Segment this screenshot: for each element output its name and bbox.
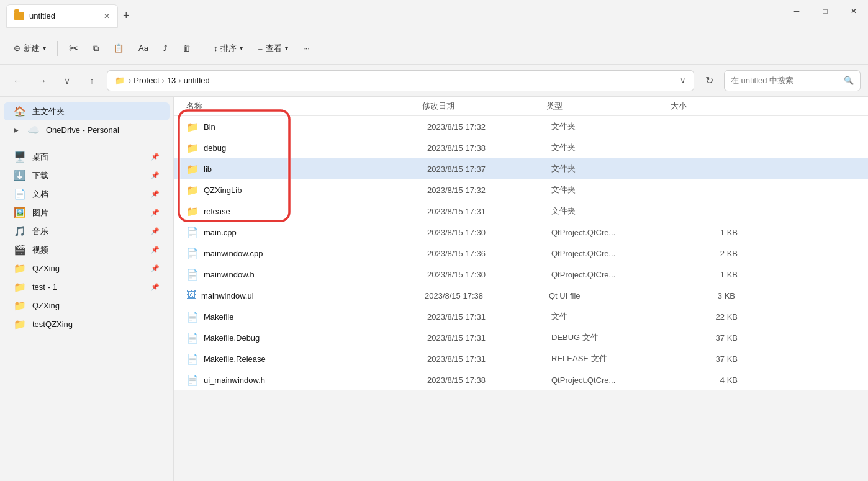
file-name: main.cpp bbox=[204, 228, 427, 237]
refresh-button[interactable]: ↻ bbox=[699, 71, 719, 91]
sidebar-item-testqzxing[interactable]: 📁 testQZXing bbox=[4, 315, 170, 333]
file-name: debug bbox=[204, 143, 427, 153]
file-name: Makefile.Debug bbox=[204, 333, 427, 343]
maximize-button[interactable]: □ bbox=[811, 0, 839, 22]
search-box[interactable]: 🔍 bbox=[724, 70, 861, 91]
address-box[interactable]: 📁 › Protect › 13 › untitled ∨ bbox=[107, 70, 694, 91]
sidebar-videos-label: 视频 bbox=[32, 245, 48, 256]
sidebar-item-music[interactable]: 🎵 音乐 📌 bbox=[4, 222, 170, 240]
sidebar-qzxing1-label: QZXing bbox=[32, 264, 60, 273]
file-icon: 📄 bbox=[186, 353, 199, 365]
sidebar-item-desktop[interactable]: 🖥️ 桌面 📌 bbox=[4, 148, 170, 166]
test1-pin-icon: 📌 bbox=[151, 283, 160, 291]
table-row[interactable]: 📁 debug 2023/8/15 17:38 文件夹 bbox=[174, 137, 868, 158]
rename-button[interactable]: Aa bbox=[132, 40, 155, 56]
new-button[interactable]: ⊕ 新建 ▾ bbox=[7, 40, 52, 57]
share-button[interactable]: ⤴ bbox=[157, 40, 174, 56]
share-icon: ⤴ bbox=[163, 43, 168, 53]
header-size[interactable]: 大小 bbox=[671, 101, 733, 112]
file-name: Makefile.Release bbox=[204, 354, 427, 364]
file-type: 文件夹 bbox=[551, 121, 676, 132]
pictures-icon: 🖼️ bbox=[14, 207, 26, 218]
breadcrumb-13[interactable]: 13 bbox=[167, 76, 176, 85]
documents-pin-icon: 📌 bbox=[151, 190, 160, 198]
sidebar-item-qzxing2[interactable]: 📁 QZXing bbox=[4, 297, 170, 315]
sidebar-item-onedrive[interactable]: ▶ ☁️ OneDrive - Personal bbox=[4, 121, 170, 139]
view-label: 查看 bbox=[266, 43, 282, 54]
file-date: 2023/8/15 17:30 bbox=[427, 270, 551, 279]
sidebar-item-test1[interactable]: 📁 test - 1 📌 bbox=[4, 278, 170, 296]
breadcrumb-separator-0: › bbox=[129, 76, 131, 85]
sidebar-item-downloads[interactable]: ⬇️ 下载 📌 bbox=[4, 166, 170, 184]
address-dropdown-icon[interactable]: ∨ bbox=[680, 76, 686, 85]
table-row[interactable]: 📄 mainwindow.cpp 2023/8/15 17:36 QtProje… bbox=[174, 243, 868, 264]
file-type: RELEASE 文件 bbox=[551, 353, 676, 364]
copy-button[interactable]: ⧉ bbox=[87, 40, 105, 56]
sidebar-item-qzxing1[interactable]: 📁 QZXing 📌 bbox=[4, 259, 170, 277]
file-icon: 📄 bbox=[186, 332, 199, 344]
breadcrumb-protect[interactable]: Protect bbox=[133, 76, 159, 85]
sidebar-item-home[interactable]: 🏠 主文件夹 bbox=[4, 102, 170, 120]
breadcrumb-untitled[interactable]: untitled bbox=[184, 76, 210, 85]
close-button[interactable]: ✕ bbox=[839, 0, 868, 22]
paste-button[interactable]: 📋 bbox=[107, 40, 130, 56]
addressbar: ← → ∨ ↑ 📁 › Protect › 13 › untitled ∨ ↻ … bbox=[0, 65, 868, 97]
add-tab-button[interactable]: + bbox=[123, 9, 130, 22]
delete-button[interactable]: 🗑 bbox=[176, 40, 197, 56]
delete-icon: 🗑 bbox=[183, 43, 191, 53]
file-name: Bin bbox=[204, 122, 427, 132]
file-date: 2023/8/15 17:31 bbox=[427, 312, 551, 321]
table-row[interactable]: 📄 main.cpp 2023/8/15 17:30 QtProject.QtC… bbox=[174, 222, 868, 243]
table-row[interactable]: 📁 QZXingLib 2023/8/15 17:32 文件夹 bbox=[174, 179, 868, 200]
table-row[interactable]: 📄 ui_mainwindow.h 2023/8/15 17:38 QtProj… bbox=[174, 369, 868, 390]
active-tab[interactable]: untitled ✕ bbox=[6, 4, 118, 28]
header-date[interactable]: 修改日期 bbox=[422, 101, 546, 112]
breadcrumb-separator-2: › bbox=[178, 76, 181, 85]
documents-icon: 📄 bbox=[14, 188, 26, 200]
sidebar-item-pictures[interactable]: 🖼️ 图片 📌 bbox=[4, 204, 170, 222]
file-type: QtProject.QtCre... bbox=[551, 228, 676, 237]
up-button[interactable]: ↑ bbox=[82, 71, 102, 91]
minimize-button[interactable]: ─ bbox=[782, 0, 811, 22]
table-row[interactable]: 📄 Makefile.Release 2023/8/15 17:31 RELEA… bbox=[174, 348, 868, 369]
table-row[interactable]: 🖼 mainwindow.ui 2023/8/15 17:38 Qt UI fi… bbox=[174, 285, 868, 306]
table-row[interactable]: 📁 lib 2023/8/15 17:37 文件夹 bbox=[174, 158, 868, 179]
sort-button[interactable]: ↕ 排序 ▾ bbox=[207, 40, 250, 57]
window-controls: ─ □ ✕ bbox=[782, 0, 868, 22]
file-date: 2023/8/15 17:36 bbox=[427, 249, 551, 258]
sidebar-downloads-label: 下载 bbox=[32, 170, 48, 181]
sidebar-item-documents[interactable]: 📄 文档 📌 bbox=[4, 185, 170, 203]
table-row[interactable]: 📄 Makefile.Debug 2023/8/15 17:31 DEBUG 文… bbox=[174, 327, 868, 348]
tab-close-button[interactable]: ✕ bbox=[104, 12, 110, 20]
more-button[interactable]: ··· bbox=[297, 40, 316, 56]
expand-button[interactable]: ∨ bbox=[57, 71, 77, 91]
file-icon: 📄 bbox=[186, 311, 199, 323]
table-row[interactable]: 📁 Bin 2023/8/15 17:32 文件夹 bbox=[174, 116, 868, 137]
back-button[interactable]: ← bbox=[7, 71, 27, 91]
desktop-icon: 🖥️ bbox=[14, 151, 26, 163]
table-row[interactable]: 📄 Makefile 2023/8/15 17:31 文件 22 KB bbox=[174, 306, 868, 327]
sidebar-item-videos[interactable]: 🎬 视频 📌 bbox=[4, 241, 170, 259]
file-name: mainwindow.h bbox=[204, 270, 427, 279]
view-icon: ≡ bbox=[258, 43, 263, 53]
forward-button[interactable]: → bbox=[32, 71, 52, 91]
folder-icon: 📁 bbox=[186, 163, 199, 175]
sidebar-spacer bbox=[0, 140, 173, 147]
view-button[interactable]: ≡ 查看 ▾ bbox=[251, 40, 294, 57]
file-date: 2023/8/15 17:32 bbox=[427, 122, 551, 132]
table-row[interactable]: 📄 mainwindow.h 2023/8/15 17:30 QtProject… bbox=[174, 264, 868, 285]
header-name[interactable]: 名称 bbox=[186, 101, 422, 112]
table-row[interactable]: 📁 release 2023/8/15 17:31 文件夹 bbox=[174, 200, 868, 222]
folder-icon: 📁 bbox=[186, 205, 199, 217]
file-type: 文件夹 bbox=[551, 205, 676, 217]
new-icon: ⊕ bbox=[14, 43, 20, 53]
downloads-icon: ⬇️ bbox=[14, 169, 26, 181]
music-pin-icon: 📌 bbox=[151, 227, 160, 235]
cut-button[interactable]: ✂ bbox=[63, 38, 84, 58]
header-type[interactable]: 类型 bbox=[546, 101, 671, 112]
view-chevron-icon: ▾ bbox=[285, 45, 288, 52]
file-type: 文件夹 bbox=[551, 142, 676, 153]
search-input[interactable] bbox=[731, 76, 840, 85]
sort-icon: ↕ bbox=[214, 43, 218, 53]
file-date: 2023/8/15 17:37 bbox=[427, 164, 551, 174]
